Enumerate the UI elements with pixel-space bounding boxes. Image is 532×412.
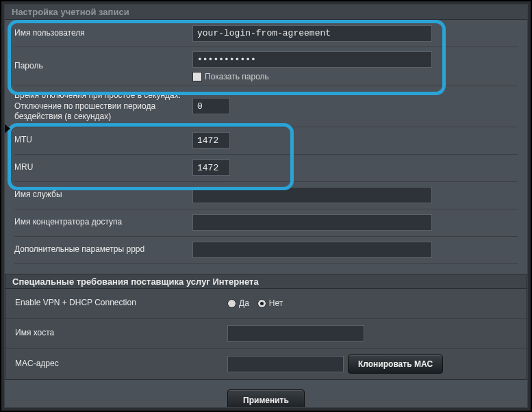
row-password: Пароль Показать пароль xyxy=(14,47,518,86)
concentrator-input[interactable] xyxy=(192,214,432,231)
password-label: Пароль xyxy=(14,61,192,72)
row-idle: Время отключения при простое в секундах:… xyxy=(14,86,518,127)
mac-input[interactable] xyxy=(227,356,344,372)
section-account-header: Настройка учетной записи xyxy=(5,5,527,20)
apply-button[interactable]: Применить xyxy=(227,389,305,408)
hostname-label: Имя хоста xyxy=(15,328,227,339)
mac-label: MAC-адрес xyxy=(15,359,227,370)
left-arrow-icon xyxy=(4,123,10,134)
row-mru: MRU xyxy=(14,155,518,182)
hostname-input[interactable] xyxy=(227,325,364,342)
pppd-input[interactable] xyxy=(192,242,432,258)
row-mac: MAC-адрес Клонировать MAC xyxy=(5,349,527,379)
section-isp-header: Специальные требования поставщика услуг … xyxy=(5,274,527,289)
service-label: Имя службы xyxy=(14,190,192,201)
row-service: Имя службы xyxy=(14,182,518,209)
yes-label: Да xyxy=(239,298,249,308)
username-input[interactable] xyxy=(192,25,432,42)
radio-no[interactable]: Нет xyxy=(257,298,283,308)
clone-mac-button[interactable]: Клонировать MAC xyxy=(348,355,443,374)
no-label: Нет xyxy=(269,298,283,308)
service-input[interactable] xyxy=(192,187,432,203)
pppd-label: Дополнительные параметры pppd xyxy=(14,244,192,255)
row-mtu: MTU xyxy=(14,127,518,155)
idle-label: Время отключения при простое в секундах:… xyxy=(14,90,192,123)
row-hostname: Имя хоста xyxy=(5,319,527,349)
password-input[interactable] xyxy=(192,51,432,68)
show-password-label: Показать пароль xyxy=(205,72,269,81)
mru-input[interactable] xyxy=(192,159,230,176)
idle-input[interactable] xyxy=(192,98,230,114)
row-concentrator: Имя концентратора доступа xyxy=(14,209,518,237)
radio-yes[interactable]: Да xyxy=(227,298,249,308)
mtu-label: MTU xyxy=(14,135,192,146)
show-password-checkbox[interactable] xyxy=(192,72,202,81)
mru-label: MRU xyxy=(14,162,192,173)
mtu-input[interactable] xyxy=(192,132,230,149)
vpn-label: Enable VPN + DHCP Connection xyxy=(15,298,227,309)
username-label: Имя пользователя xyxy=(14,28,192,39)
row-vpn: Enable VPN + DHCP Connection Да Нет xyxy=(5,289,527,319)
row-username: Имя пользователя xyxy=(14,20,518,47)
row-pppd: Дополнительные параметры pppd xyxy=(14,237,518,264)
concentrator-label: Имя концентратора доступа xyxy=(14,217,192,228)
